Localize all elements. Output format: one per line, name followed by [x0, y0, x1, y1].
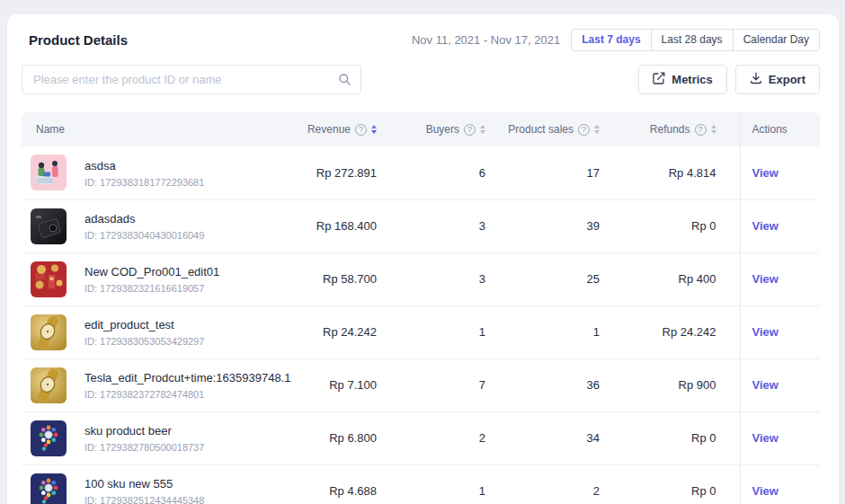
column-revenue[interactable]: Revenue ? — [297, 112, 387, 146]
view-link[interactable]: View — [752, 431, 778, 445]
product-sales-value: 34 — [494, 411, 607, 464]
view-link[interactable]: View — [752, 378, 778, 392]
table-row: asdsaID: 1729383181772293681Rp 272.89161… — [22, 146, 820, 199]
metrics-edit-icon — [653, 72, 665, 87]
table-row: edit_product_testID: 1729383053053429297… — [22, 305, 820, 358]
refunds-info-icon[interactable]: ? — [695, 124, 707, 136]
product-thumbnail — [31, 367, 67, 403]
refunds-value: Rp 0 — [607, 464, 740, 504]
actions-cell: View — [740, 358, 820, 411]
product-cell: New COD_Pro001_edit01ID: 172938232161661… — [22, 252, 297, 305]
product-name: Tesla_edit_Prodcut+time:1635939748.1 — [84, 370, 297, 385]
product-thumbnail — [31, 420, 67, 456]
actions-cell: View — [740, 464, 820, 504]
page-title: Product Details — [22, 32, 128, 48]
product-sales-value: 2 — [494, 464, 607, 504]
product-sales-info-icon[interactable]: ? — [578, 124, 590, 136]
revenue-value: Rp 6.800 — [297, 411, 387, 464]
view-link[interactable]: View — [752, 325, 778, 339]
product-id: ID: 1729382372782474801 — [84, 389, 297, 400]
revenue-value: Rp 272.891 — [297, 146, 387, 199]
tab-calendar-day[interactable]: Calendar Day — [733, 29, 820, 51]
product-cell: edit_product_testID: 1729383053053429297 — [22, 305, 297, 358]
product-id: ID: 1729383181772293681 — [84, 177, 297, 188]
revenue-value: Rp 24.242 — [297, 305, 387, 358]
product-cell: Tesla_edit_Prodcut+time:1635939748.1ID: … — [22, 358, 297, 411]
product-id: ID: 1729382321616619057 — [84, 283, 297, 294]
export-button[interactable]: Export — [735, 65, 820, 94]
metrics-button[interactable]: Metrics — [638, 65, 727, 94]
product-name: sku product beer — [84, 423, 297, 438]
buyers-sort-icon[interactable] — [480, 125, 485, 134]
toolbar: Metrics Export — [22, 65, 820, 94]
product-id: ID: 1729382512434445348 — [84, 495, 297, 504]
product-search — [22, 65, 361, 94]
revenue-value: Rp 4.688 — [297, 464, 387, 504]
table-body: asdsaID: 1729383181772293681Rp 272.89161… — [22, 146, 820, 504]
product-thumbnail — [31, 261, 67, 297]
table-row: sku product beerID: 1729382780500018737R… — [22, 411, 820, 464]
metrics-button-label: Metrics — [672, 73, 713, 86]
product-thumbnail — [31, 473, 67, 504]
refunds-sort-icon[interactable] — [711, 125, 716, 134]
actions-cell: View — [740, 305, 820, 358]
search-input[interactable] — [22, 65, 361, 94]
product-thumbnail — [31, 155, 67, 190]
refunds-value: Rp 900 — [607, 358, 740, 411]
date-range-tabs: Last 7 days Last 28 days Calendar Day — [571, 29, 820, 51]
export-button-label: Export — [769, 73, 805, 86]
export-download-icon — [750, 72, 762, 87]
revenue-info-icon[interactable]: ? — [355, 124, 367, 136]
product-sales-value: 17 — [494, 146, 607, 199]
view-link[interactable]: View — [752, 219, 778, 233]
product-id: ID: 1729383040430016049 — [84, 230, 297, 241]
buyers-value: 1 — [387, 305, 494, 358]
buyers-value: 6 — [387, 146, 494, 199]
column-refunds[interactable]: Refunds ? — [607, 112, 740, 146]
tab-last-28-days[interactable]: Last 28 days — [651, 29, 734, 51]
view-link[interactable]: View — [752, 484, 778, 498]
search-icon[interactable] — [338, 73, 351, 90]
column-actions: Actions — [740, 112, 820, 146]
product-name: asdsa — [84, 158, 297, 173]
product-thumbnail — [31, 314, 67, 350]
refunds-value: Rp 0 — [607, 199, 740, 252]
product-cell: asdsaID: 1729383181772293681 — [22, 146, 297, 199]
actions-cell: View — [740, 146, 820, 199]
tab-last-7-days[interactable]: Last 7 days — [571, 29, 651, 51]
table-row: adasdadsID: 1729383040430016049Rp 168.40… — [22, 199, 820, 252]
product-name: New COD_Pro001_edit01 — [84, 264, 297, 279]
buyers-value: 1 — [387, 464, 494, 504]
products-table: Name Revenue ? Buyers ? — [22, 112, 820, 504]
refunds-value: Rp 4.814 — [607, 146, 740, 199]
table-row: New COD_Pro001_edit01ID: 172938232161661… — [22, 252, 820, 305]
buyers-info-icon[interactable]: ? — [464, 124, 476, 136]
revenue-sort-icon[interactable] — [371, 125, 377, 134]
view-link[interactable]: View — [752, 272, 778, 286]
product-name: adasdads — [84, 211, 297, 226]
table-row: Tesla_edit_Prodcut+time:1635939748.1ID: … — [22, 358, 820, 411]
product-cell: sku product beerID: 1729382780500018737 — [22, 411, 297, 464]
column-product-sales[interactable]: Product sales ? — [494, 112, 607, 146]
product-cell: 100 sku new 555ID: 1729382512434445348 — [22, 464, 297, 504]
product-name: edit_product_test — [84, 317, 297, 332]
product-id: ID: 1729383053053429297 — [84, 336, 297, 347]
revenue-value: Rp 58.700 — [297, 252, 387, 305]
column-name: Name — [22, 112, 297, 146]
buyers-value: 2 — [387, 411, 494, 464]
product-sales-sort-icon[interactable] — [594, 125, 600, 134]
actions-cell: View — [740, 199, 820, 252]
date-range: Nov 11, 2021 - Nov 17, 2021 — [412, 33, 560, 47]
revenue-value: Rp 168.400 — [297, 199, 387, 252]
product-name: 100 sku new 555 — [84, 476, 297, 491]
product-cell: adasdadsID: 1729383040430016049 — [22, 199, 297, 252]
product-id: ID: 1729382780500018737 — [84, 442, 297, 453]
revenue-value: Rp 7.100 — [297, 358, 387, 411]
buyers-value: 7 — [387, 358, 494, 411]
table-header-row: Name Revenue ? Buyers ? — [22, 112, 820, 146]
buyers-value: 3 — [387, 252, 494, 305]
product-sales-value: 25 — [494, 252, 607, 305]
refunds-value: Rp 400 — [607, 252, 740, 305]
view-link[interactable]: View — [752, 166, 778, 180]
column-buyers[interactable]: Buyers ? — [387, 112, 494, 146]
